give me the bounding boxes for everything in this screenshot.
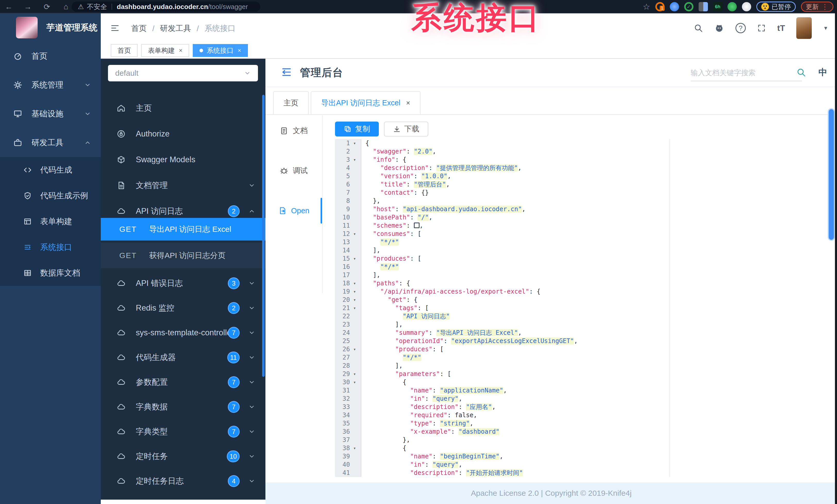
swagger-group-5[interactable]: 字典数据7 (101, 395, 265, 419)
fold-icon[interactable]: ▾ (350, 305, 359, 311)
gutter-line: 4 (335, 164, 361, 172)
sidebar-item-0[interactable]: 首页 (0, 42, 101, 71)
swagger-menu-item-3[interactable]: 文档管理 (101, 172, 265, 198)
search-icon[interactable] (694, 23, 703, 33)
ext-drop-icon[interactable] (670, 2, 679, 11)
breadcrumb-home[interactable]: 首页 (131, 23, 147, 34)
sidebar-subitem-4[interactable]: 数据库文档 (0, 260, 101, 286)
language-toggle[interactable]: 中 (818, 67, 827, 78)
doc-title-icon[interactable] (281, 67, 292, 78)
ext-ghost-icon[interactable] (742, 2, 751, 11)
fold-icon[interactable]: ▾ (350, 347, 359, 352)
fold-icon[interactable]: ▾ (350, 297, 359, 302)
fold-icon[interactable]: ▾ (350, 157, 359, 162)
swagger-menu-item-2[interactable]: Swagger Models (101, 147, 265, 172)
forward-icon[interactable]: → (23, 2, 33, 11)
ext-check-icon[interactable]: ✓ (684, 2, 693, 11)
swagger-group-9[interactable]: 岗位6 (101, 493, 265, 500)
bookmark-star-icon[interactable]: ☆ (643, 2, 650, 12)
sidebar-subitem-3[interactable]: 系统接口 (0, 235, 101, 260)
copy-button[interactable]: 复制 (335, 122, 379, 136)
breadcrumb-tools[interactable]: 研发工具 (160, 23, 191, 34)
line-number: 25 (335, 337, 350, 344)
fold-icon[interactable]: ▾ (350, 371, 359, 376)
home-icon[interactable]: ⌂ (61, 2, 71, 11)
code-token (366, 189, 380, 196)
code-token: "summary" (395, 329, 429, 336)
swagger-group-3[interactable]: 代码生成器11 (101, 345, 265, 370)
swagger-menu-item-0[interactable]: 主页 (101, 95, 265, 121)
doc-nav-open[interactable]: Open (265, 195, 322, 226)
sidebar-scrollbar[interactable] (262, 95, 265, 377)
fold-icon[interactable]: ▾ (350, 446, 359, 451)
user-avatar[interactable] (796, 17, 812, 39)
swagger-group-4[interactable]: 参数配置7 (101, 370, 265, 395)
line-number: 22 (335, 313, 350, 320)
sidebar-subitem-1[interactable]: 代码生成示例 (0, 183, 101, 209)
search-icon[interactable] (796, 68, 806, 77)
fold-icon[interactable]: ▾ (350, 231, 359, 237)
view-tab-1[interactable]: 表单构建× (141, 44, 189, 57)
download-button[interactable]: 下载 (384, 122, 428, 136)
swagger-menu-item-1[interactable]: Authorize (101, 121, 265, 147)
method-label: GET (119, 251, 137, 260)
swagger-group-0[interactable]: API 错误日志3 (101, 271, 265, 296)
close-icon[interactable]: × (237, 47, 241, 54)
fold-icon[interactable]: ▾ (350, 289, 359, 294)
swagger-group-7[interactable]: 定时任务10 (101, 444, 265, 469)
paused-pill[interactable]: 已暂停 (756, 2, 796, 12)
fold-icon[interactable]: ▾ (350, 379, 359, 385)
doc-nav-调试[interactable]: 调试 (265, 155, 322, 186)
sidebar-subitem-2[interactable]: 表单构建 (0, 209, 101, 235)
sidebar-item-1[interactable]: 系统管理 (0, 71, 101, 99)
doc-search-input[interactable]: 输入文档关键字搜索 (691, 65, 802, 81)
code-token (366, 280, 373, 287)
sidebar-subitem-0[interactable]: 代码生成 (0, 157, 101, 183)
code-editor[interactable]: 1▾23▾456789101112▾131415▾161718▾19▾20▾21… (335, 139, 670, 477)
github-icon[interactable] (714, 23, 724, 33)
hamburger-icon[interactable] (110, 23, 120, 33)
fold-icon[interactable]: ▾ (350, 281, 359, 286)
view-tab-0[interactable]: 首页 (111, 44, 138, 57)
gutter-line: 40 (335, 461, 361, 469)
reload-icon[interactable]: ⟳ (42, 2, 52, 11)
chevron-down-icon[interactable]: ▼ (823, 25, 828, 31)
back-icon[interactable]: ← (4, 2, 14, 11)
doc-tab-1[interactable]: 导出API 访问日志 Excel× (311, 91, 421, 114)
page-scrollbar-thumb[interactable] (828, 108, 835, 241)
swagger-group-1[interactable]: Redis 监控2 (101, 296, 265, 320)
sidebar-item-3[interactable]: 研发工具 (0, 128, 101, 157)
ext-6h-icon[interactable]: 6h (713, 2, 722, 11)
swagger-group-6[interactable]: 字典类型7 (101, 419, 265, 444)
menu-dots-icon[interactable]: ⋮ (821, 3, 829, 11)
view-tab-2[interactable]: 系统接口× (193, 44, 248, 57)
doc-nav-文档[interactable]: 文档 (265, 115, 322, 146)
ext-grid-icon[interactable] (699, 2, 708, 11)
fold-icon[interactable]: ▾ (350, 141, 359, 146)
gutter-line: 13 (335, 238, 361, 246)
cloud-icon (115, 279, 127, 288)
address-bar[interactable]: ⚠ 不安全 dashboard.yudao.iocoder.cn /tool/s… (72, 2, 260, 12)
active-indicator (321, 198, 322, 224)
sidebar-item-2[interactable]: 基础设施 (0, 99, 101, 128)
code-token: : [ (432, 346, 444, 353)
group-select[interactable]: default (108, 65, 258, 81)
ext-green-icon[interactable] (728, 2, 737, 11)
operation-item-1[interactable]: GET获得API 访问日志分页 (101, 243, 265, 268)
swagger-group-8[interactable]: 定时任务日志4 (101, 469, 265, 493)
doc-tab-0[interactable]: 主页 (273, 91, 309, 114)
fullscreen-icon[interactable] (757, 24, 766, 33)
close-icon[interactable]: × (406, 99, 410, 107)
app-logo-row[interactable]: 芋道管理系统 (0, 13, 101, 42)
fold-icon[interactable]: ▾ (350, 256, 359, 261)
close-icon[interactable]: × (179, 47, 182, 54)
help-icon[interactable]: ? (735, 23, 746, 33)
code-line: ], (366, 271, 670, 279)
operation-item-0[interactable]: GET导出API 访问日志 Excel (101, 218, 265, 241)
update-pill[interactable]: 更新 ⋮ (801, 2, 833, 12)
swagger-group-2[interactable]: sys-sms-template-controller7 (101, 320, 265, 345)
code-token: "*/*" (380, 263, 399, 270)
font-size-icon[interactable]: tT (777, 23, 785, 33)
line-number: 34 (335, 412, 350, 419)
ext-orange-icon[interactable]: 1 (655, 2, 664, 11)
